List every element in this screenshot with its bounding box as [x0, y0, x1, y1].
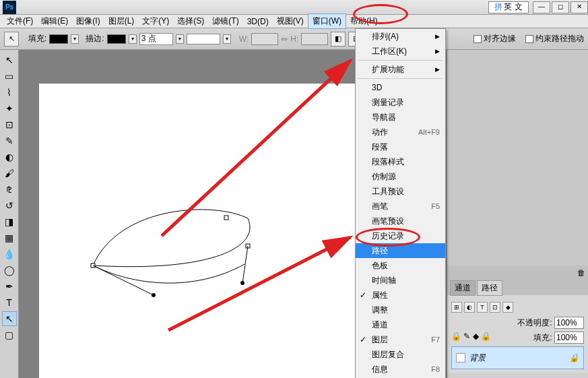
maximize-button[interactable]: ◻	[552, 1, 569, 13]
stroke-label: 描边:	[86, 33, 104, 44]
menuitem-仿制源[interactable]: 仿制源	[356, 169, 445, 184]
eraser-tool[interactable]: ◨	[2, 214, 17, 229]
stamp-tool[interactable]: ⅊	[2, 182, 17, 197]
fill-opacity-input[interactable]	[554, 332, 584, 344]
menuitem-图层[interactable]: ✓图层F7	[356, 332, 445, 347]
dodge-tool[interactable]: ◯	[2, 263, 17, 278]
menuitem-排列(A)[interactable]: 排列(A)▶	[356, 29, 445, 44]
layer-name: 背景	[469, 352, 486, 364]
menu-help[interactable]: 帮助(H)	[346, 14, 382, 28]
fill-label: 填充:	[28, 33, 46, 44]
move-tool[interactable]: ↖	[2, 53, 17, 67]
menuitem-测量记录[interactable]: 测量记录	[356, 95, 445, 110]
lasso-tool[interactable]: ⌇	[2, 85, 17, 100]
brush-tool[interactable]: 🖌	[2, 166, 17, 181]
stroke-swatch[interactable]	[107, 34, 126, 44]
menuitem-扩展功能[interactable]: 扩展功能▶	[356, 62, 445, 77]
trash-icon[interactable]: 🗑	[577, 268, 585, 278]
tool-arrow-icon[interactable]: ↖	[4, 32, 19, 46]
wand-tool[interactable]: ✦	[2, 101, 17, 116]
type-tool[interactable]: T	[2, 295, 17, 310]
filter-icon[interactable]: ⊞	[451, 302, 462, 313]
visibility-icon[interactable]	[456, 353, 465, 363]
menuitem-3D[interactable]: 3D	[356, 80, 445, 95]
menuitem-信息[interactable]: 信息F8	[356, 362, 445, 377]
menu-edit[interactable]: 编辑(E)	[37, 14, 72, 28]
gradient-tool[interactable]: ▦	[2, 230, 17, 245]
blend-icon[interactable]: ◐	[464, 302, 475, 313]
language-indicator[interactable]: 拼英 文	[488, 1, 529, 13]
svg-rect-1	[224, 216, 228, 220]
window-dropdown: 排列(A)▶工作区(K)▶扩展功能▶3D测量记录导航器动作Alt+F9段落段落样…	[355, 28, 446, 378]
blur-tool[interactable]: 💧	[2, 247, 17, 261]
menu-filter[interactable]: 滤镜(T)	[208, 14, 242, 28]
panels: 🗑 通道 路径 ⊞ ◐ T ⊡ ◆ 不透明度: 🔒 ✎ ◆ 🔒 填充:	[447, 50, 588, 378]
menuitem-历史记录[interactable]: 历史记录	[356, 228, 445, 243]
fill-swatch[interactable]	[49, 34, 68, 44]
menuitem-画笔预设[interactable]: 画笔预设	[356, 214, 445, 228]
menuitem-图层复合[interactable]: 图层复合	[356, 347, 445, 362]
type-icon[interactable]: T	[477, 302, 488, 313]
eyedropper-tool[interactable]: ✎	[2, 133, 17, 148]
menuitem-属性[interactable]: ✓属性	[356, 288, 445, 303]
constrain-label: 约束路径拖动	[535, 34, 584, 43]
menu-layer[interactable]: 图层(L)	[104, 14, 139, 28]
menuitem-色板[interactable]: 色板	[356, 258, 445, 273]
menuitem-段落[interactable]: 段落	[356, 139, 445, 154]
path-icon[interactable]: ⊡	[490, 302, 500, 313]
constrain-checkbox[interactable]	[525, 35, 533, 43]
menuitem-导航器[interactable]: 导航器	[356, 110, 445, 125]
menuitem-动作[interactable]: 动作Alt+F9	[356, 125, 445, 139]
menu-file[interactable]: 文件(F)	[3, 14, 37, 28]
svg-point-4	[240, 281, 244, 285]
width-input[interactable]	[251, 33, 278, 45]
minimize-button[interactable]: —	[533, 1, 550, 13]
height-input[interactable]	[301, 33, 328, 45]
stroke-width-dropdown[interactable]: ▾	[176, 34, 184, 44]
toolbox: ↖ ▭ ⌇ ✦ ⊡ ✎ ◐ 🖌 ⅊ ↺ ◨ ▦ 💧 ◯ ✒ T ↖ ▢	[0, 50, 19, 378]
lock-icon: 🔒	[569, 353, 579, 363]
marquee-tool[interactable]: ▭	[2, 69, 17, 84]
menuitem-通道[interactable]: 通道	[356, 317, 445, 332]
menuitem-时间轴[interactable]: 时间轴	[356, 273, 445, 288]
paths-tab[interactable]: 路径	[477, 280, 502, 296]
fill-dropdown[interactable]: ▾	[71, 34, 79, 44]
menu-view[interactable]: 视图(V)	[273, 14, 308, 28]
crop-tool[interactable]: ⊡	[2, 117, 17, 132]
menu-type[interactable]: 文字(Y)	[138, 14, 173, 28]
h-label: H:	[290, 34, 298, 44]
link-icon[interactable]: ⇔	[281, 34, 288, 44]
menuitem-工作区(K)[interactable]: 工作区(K)▶	[356, 44, 445, 59]
menu-select[interactable]: 选择(S)	[173, 14, 208, 28]
heal-tool[interactable]: ◐	[2, 150, 17, 164]
svg-point-6	[152, 293, 156, 297]
path-ops-icon[interactable]: ◧	[331, 32, 346, 46]
stroke-style[interactable]	[187, 34, 220, 44]
shape-icon[interactable]: ◆	[502, 302, 513, 313]
menuitem-路径[interactable]: 路径	[356, 243, 445, 258]
fill-opacity-label: 填充:	[533, 333, 552, 342]
layer-background[interactable]: 背景 🔒	[451, 346, 584, 369]
w-label: W:	[239, 34, 249, 44]
menu-window[interactable]: 窗口(W)	[308, 13, 346, 29]
align-edges-checkbox[interactable]	[473, 35, 482, 43]
shape-tool[interactable]: ▢	[2, 327, 17, 342]
menu-3d[interactable]: 3D(D)	[243, 15, 273, 28]
app-logo: Ps	[3, 1, 16, 14]
menuitem-工具预设[interactable]: 工具预设	[356, 184, 445, 199]
close-button[interactable]: ✕	[570, 1, 588, 13]
channels-tab[interactable]: 通道	[450, 280, 476, 296]
stroke-width-input[interactable]	[139, 33, 173, 45]
svg-line-5	[93, 265, 154, 295]
options-bar: ↖ 填充: ▾ 描边: ▾ ▾ ▾ W: ⇔ H: ◧ ⊞ ≡ 对齐边缘 约束路…	[0, 28, 588, 50]
opacity-input[interactable]	[554, 317, 584, 329]
menuitem-画笔[interactable]: 画笔F5	[356, 199, 445, 214]
menuitem-调整[interactable]: 调整	[356, 303, 445, 317]
stroke-dropdown[interactable]: ▾	[129, 34, 137, 44]
menuitem-段落样式[interactable]: 段落样式	[356, 154, 445, 169]
menu-image[interactable]: 图像(I)	[72, 14, 104, 28]
stroke-style-dropdown[interactable]: ▾	[223, 34, 231, 44]
history-brush-tool[interactable]: ↺	[2, 198, 17, 213]
pen-tool[interactable]: ✒	[2, 279, 17, 294]
path-select-tool[interactable]: ↖	[2, 311, 17, 326]
